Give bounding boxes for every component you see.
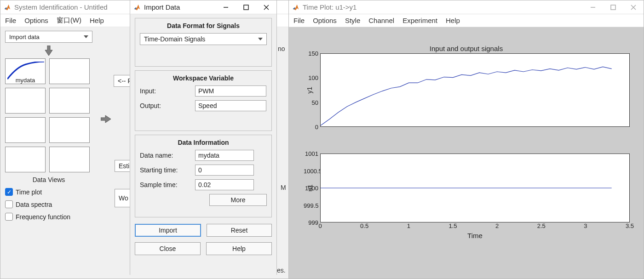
data-slot-empty[interactable] — [5, 88, 46, 114]
data-slot-empty[interactable] — [49, 147, 90, 172]
section-workspace-var: Workspace Variable Input: PWM Output: Sp… — [135, 70, 272, 131]
data-slot-empty[interactable] — [5, 147, 46, 172]
freq-checkbox[interactable] — [5, 213, 13, 221]
matlab-logo-icon — [292, 3, 300, 11]
start-value: 0 — [198, 166, 202, 174]
right-arrow-icon — [101, 114, 111, 124]
output-field[interactable]: Speed — [195, 100, 266, 111]
axis-tick: 0 — [318, 222, 322, 229]
axis-tick: 1 — [407, 222, 410, 229]
chevron-down-icon — [258, 38, 263, 40]
data-slot-empty[interactable] — [49, 117, 90, 143]
sample-label: Sample time: — [140, 181, 195, 188]
menu-style[interactable]: Style — [345, 17, 360, 24]
input-field[interactable]: PWM — [195, 85, 266, 97]
freq-label: Frequency function — [16, 213, 70, 221]
matlab-logo-icon — [3, 3, 12, 11]
axis-tick: 3.5 — [626, 222, 634, 229]
axis-tick: 1001 — [304, 150, 318, 157]
data-views-label: Data Views — [5, 176, 92, 183]
matlab-logo-icon — [133, 3, 141, 11]
menu-help[interactable]: Help — [90, 17, 104, 24]
down-arrow-icon — [43, 45, 54, 57]
format-select[interactable]: Time-Domain Signals — [140, 33, 267, 45]
menu-file[interactable]: File — [5, 17, 16, 24]
chevron-down-icon — [84, 35, 88, 38]
u1-plot-panel[interactable] — [320, 154, 630, 222]
axis-tick: 0.5 — [360, 222, 368, 229]
minimize-button[interactable] — [588, 3, 598, 12]
axis-tick: 2.5 — [537, 222, 546, 229]
spectra-checkbox[interactable] — [5, 200, 13, 208]
plot-body: Input and output signals y1 050100150 u1… — [289, 27, 644, 279]
menu-help[interactable]: Help — [446, 17, 460, 24]
maximize-button[interactable] — [242, 3, 251, 12]
start-label: Starting time: — [140, 166, 195, 174]
data-slot-empty[interactable] — [49, 88, 90, 114]
axis-tick: 999.5 — [304, 202, 318, 209]
axis-tick: 1.5 — [448, 222, 457, 229]
titlebar: Time Plot: u1->y1 — [289, 0, 644, 14]
dataname-value: mydata — [198, 152, 219, 159]
axis-tick: 3 — [584, 222, 587, 229]
section-title: Data Information — [140, 139, 267, 146]
axis-tick: 150 — [304, 50, 318, 57]
menu-options[interactable]: Options — [24, 17, 48, 24]
button-row: Import Reset — [130, 221, 276, 239]
svg-rect-5 — [611, 5, 615, 10]
output-value: Speed — [198, 102, 217, 109]
close-button[interactable] — [262, 3, 271, 12]
axis-tick: 50 — [304, 99, 318, 106]
menu-file[interactable]: File — [293, 17, 305, 24]
button-row: Close Help — [130, 239, 276, 258]
input-value: PWM — [198, 87, 214, 95]
menu-window[interactable]: 窗口(W) — [57, 16, 81, 25]
import-button[interactable]: Import — [135, 224, 201, 237]
help-button[interactable]: Help — [206, 242, 272, 255]
y1-plot-panel[interactable] — [320, 53, 630, 127]
reset-button[interactable]: Reset — [207, 224, 272, 237]
charts-title: Input and output signals — [295, 45, 637, 52]
estimate-dropdown-partial[interactable]: Esti — [115, 160, 130, 172]
minimize-button[interactable] — [221, 3, 230, 12]
import-data-dialog: Import Data Data Format for Signals Time… — [130, 0, 277, 275]
data-slot-empty[interactable] — [49, 58, 90, 84]
more-button[interactable]: More — [209, 194, 267, 206]
data-slot-mydata[interactable]: mydata — [5, 58, 46, 84]
sample-field[interactable]: 0.02 — [195, 179, 254, 190]
svg-rect-1 — [244, 5, 248, 10]
close-button[interactable]: Close — [135, 242, 201, 255]
spectra-label: Data spectra — [16, 201, 52, 208]
working-data-partial[interactable]: Wo — [115, 189, 130, 207]
timeplot-window: Time Plot: u1->y1 File Options Style Cha… — [288, 0, 644, 279]
dataname-label: Data name: — [140, 152, 195, 159]
import-body: Data Format for Signals Time-Domain Sign… — [130, 18, 276, 278]
axis-tick: 1000.5 — [304, 167, 318, 174]
start-field[interactable]: 0 — [195, 165, 254, 176]
output-label: Output: — [140, 102, 195, 109]
menu-channel[interactable]: Channel — [368, 17, 394, 24]
sample-value: 0.02 — [198, 181, 211, 188]
menubar: File Options Style Channel Experiment He… — [289, 14, 644, 27]
x-axis-label: Time — [320, 232, 630, 239]
axis-tick: 100 — [304, 74, 318, 81]
menu-experiment[interactable]: Experiment — [402, 17, 437, 24]
input-label: Input: — [140, 87, 195, 95]
section-data-format: Data Format for Signals Time-Domain Sign… — [135, 18, 272, 67]
axis-tick: 999 — [304, 219, 318, 226]
maximize-button[interactable] — [609, 3, 618, 12]
import-data-dropdown[interactable]: Import data — [5, 31, 92, 43]
menu-options[interactable]: Options — [313, 17, 337, 24]
timeplot-label: Time plot — [16, 188, 42, 196]
import-data-label: Import data — [9, 34, 40, 40]
dataname-field[interactable]: mydata — [195, 150, 254, 161]
data-slot-empty[interactable] — [5, 117, 46, 143]
close-button[interactable] — [629, 3, 638, 12]
obscured-text: no — [278, 45, 285, 52]
section-title: Data Format for Signals — [140, 22, 267, 29]
axis-tick: 0 — [304, 124, 318, 131]
section-data-info: Data Information Data name: mydata Start… — [135, 135, 272, 217]
titlebar: Import Data — [130, 0, 276, 14]
format-select-value: Time-Domain Signals — [144, 35, 205, 43]
timeplot-checkbox[interactable]: ✓ — [5, 188, 13, 196]
